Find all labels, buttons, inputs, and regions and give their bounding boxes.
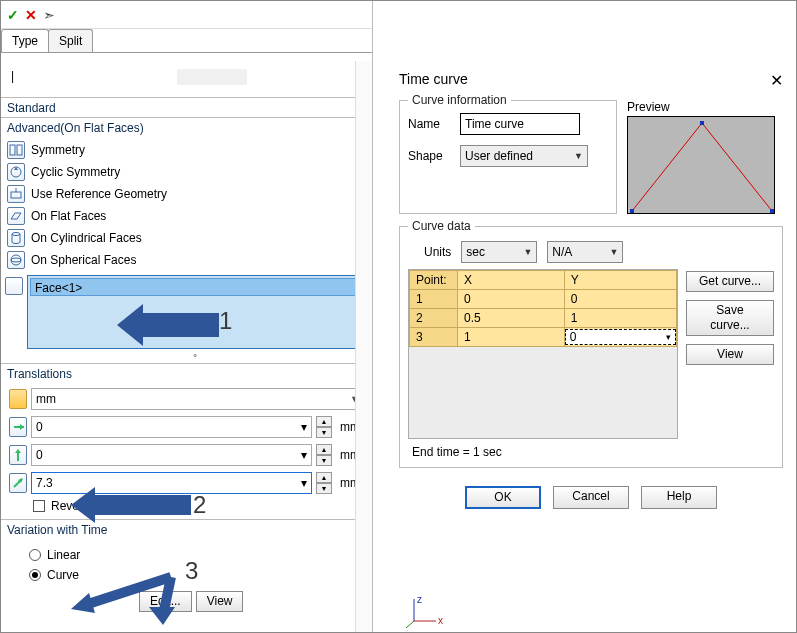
chevron-down-icon xyxy=(358,98,366,117)
cyclic-icon xyxy=(7,163,25,181)
dialog-title: Time curve xyxy=(399,71,468,90)
cell-x[interactable]: 1 xyxy=(458,328,565,347)
direction2-unit: mm xyxy=(336,448,364,462)
svg-text:x: x xyxy=(438,615,443,626)
opt-flat[interactable]: On Flat Faces xyxy=(3,205,372,227)
opt-flat-label: On Flat Faces xyxy=(31,209,106,223)
chevron-up-icon: ︿ xyxy=(355,118,366,137)
chevron-down-icon: ▼ xyxy=(523,247,532,257)
shape-select[interactable]: User defined▼ xyxy=(460,145,588,167)
table-row[interactable]: 2 0.5 1 xyxy=(410,309,677,328)
face-icon xyxy=(5,277,23,295)
direction3-unit: mm xyxy=(336,476,364,490)
direction3-icon[interactable] xyxy=(9,473,27,493)
col-x: X xyxy=(458,271,565,290)
cell-y[interactable]: 0 xyxy=(564,290,676,309)
section-translations[interactable]: Translations ︿ xyxy=(1,363,372,383)
scrollbar-up[interactable] xyxy=(360,65,370,77)
view-curve-button[interactable]: View xyxy=(686,344,774,365)
opt-symmetry[interactable]: Symmetry xyxy=(3,139,372,161)
curve-data-table[interactable]: Point: X Y 1 0 0 2 0.5 1 xyxy=(408,269,678,439)
cancel-icon[interactable]: ✕ xyxy=(25,7,37,23)
opt-cyl[interactable]: On Cylindrical Faces xyxy=(3,227,372,249)
scrollbar-down[interactable] xyxy=(360,619,370,631)
section-advanced-label: Advanced(On Flat Faces) xyxy=(7,118,144,137)
name-input[interactable]: Time curve xyxy=(460,113,580,135)
svg-marker-9 xyxy=(20,424,24,430)
edit-button[interactable]: Edit... xyxy=(139,591,192,612)
cell-y-editing[interactable]: 0▾ xyxy=(564,328,676,347)
text-cursor: | xyxy=(11,69,14,83)
view-button[interactable]: View xyxy=(196,591,244,612)
cell-x[interactable]: 0.5 xyxy=(458,309,565,328)
direction3-spinner[interactable]: ▲▼ xyxy=(316,472,332,494)
direction2-spinner[interactable]: ▲▼ xyxy=(316,444,332,466)
opt-refgeo[interactable]: Use Reference Geometry xyxy=(3,183,372,205)
section-translations-label: Translations xyxy=(7,364,72,383)
face-selection-list[interactable]: Face<1> xyxy=(27,275,364,349)
section-standard[interactable]: Standard xyxy=(1,97,372,117)
confirm-icon[interactable]: ✓ xyxy=(7,7,19,23)
opt-cyl-label: On Cylindrical Faces xyxy=(31,231,142,245)
get-curve-button[interactable]: Get curve... xyxy=(686,271,774,292)
svg-point-5 xyxy=(12,233,20,236)
col-y: Y xyxy=(564,271,676,290)
units-label: Units xyxy=(424,245,451,259)
direction1-input[interactable]: 0▾ xyxy=(31,416,312,438)
cell-pt: 3 xyxy=(410,328,458,347)
section-variation[interactable]: Variation with Time ︿ xyxy=(1,519,372,539)
units-select[interactable]: mm▼ xyxy=(31,388,364,410)
preview-label: Preview xyxy=(627,100,783,114)
chevron-up-icon: ︿ xyxy=(355,520,366,539)
units-y-value: N/A xyxy=(552,245,572,259)
cell-pt: 1 xyxy=(410,290,458,309)
opt-cyclic[interactable]: Cyclic Symmetry xyxy=(3,161,372,183)
units-x-select[interactable]: sec▼ xyxy=(461,241,537,263)
tab-split[interactable]: Split xyxy=(48,29,93,52)
section-advanced[interactable]: Advanced(On Flat Faces) ︿ xyxy=(1,117,372,137)
direction3-input[interactable]: 7.3▾ xyxy=(31,472,312,494)
scrollbar-thumb[interactable] xyxy=(360,87,370,99)
sphere-icon xyxy=(7,251,25,269)
opt-sph[interactable]: On Spherical Faces xyxy=(3,249,372,271)
time-curve-dialog: Time curve ✕ Curve information Name Time… xyxy=(391,65,791,513)
direction2-value: 0 xyxy=(36,448,43,462)
direction3-value: 7.3 xyxy=(36,476,53,490)
face-item[interactable]: Face<1> xyxy=(30,278,361,296)
svg-rect-20 xyxy=(770,209,774,213)
chevron-up-icon: ︿ xyxy=(355,364,366,383)
table-row[interactable]: 1 0 0 xyxy=(410,290,677,309)
resize-grip[interactable]: ∘ xyxy=(27,349,364,357)
chevron-down-icon: ▾ xyxy=(301,420,307,434)
opt-sph-label: On Spherical Faces xyxy=(31,253,136,267)
opt-refgeo-label: Use Reference Geometry xyxy=(31,187,167,201)
cell-y[interactable]: 1 xyxy=(564,309,676,328)
cell-x[interactable]: 0 xyxy=(458,290,565,309)
table-row[interactable]: 3 1 0▾ xyxy=(410,328,677,347)
cell-y-value: 0 xyxy=(570,330,577,344)
svg-rect-19 xyxy=(700,121,704,125)
axis-triad: z x xyxy=(406,595,446,631)
cancel-button[interactable]: Cancel xyxy=(553,486,629,509)
units-x-value: sec xyxy=(466,245,485,259)
pin-icon[interactable]: ➣ xyxy=(43,7,55,23)
ok-button[interactable]: OK xyxy=(465,486,541,509)
help-button[interactable]: Help xyxy=(641,486,717,509)
close-icon[interactable]: ✕ xyxy=(770,71,783,90)
annotation-number-2: 2 xyxy=(193,491,206,519)
svg-line-25 xyxy=(406,621,414,628)
units-y-select[interactable]: N/A▼ xyxy=(547,241,623,263)
direction1-icon[interactable] xyxy=(9,417,27,437)
cylinder-icon xyxy=(7,229,25,247)
flat-icon xyxy=(7,207,25,225)
direction1-spinner[interactable]: ▲▼ xyxy=(316,416,332,438)
shape-label: Shape xyxy=(408,149,452,163)
reverse-direction-label: Reverse direction xyxy=(51,499,144,513)
chevron-down-icon: ▾ xyxy=(301,476,307,490)
symmetry-icon xyxy=(7,141,25,159)
direction2-input[interactable]: 0▾ xyxy=(31,444,312,466)
curve-data-legend: Curve data xyxy=(408,219,475,233)
tab-type[interactable]: Type xyxy=(1,29,49,52)
direction2-icon[interactable] xyxy=(9,445,27,465)
save-curve-button[interactable]: Save curve... xyxy=(686,300,774,336)
